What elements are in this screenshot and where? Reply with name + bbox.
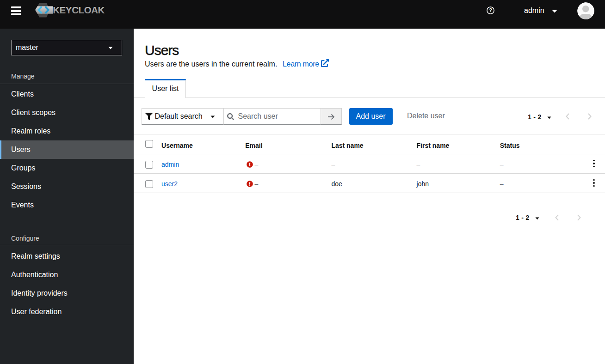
svg-text:?: ? bbox=[489, 7, 492, 13]
svg-text:KEYCLOAK: KEYCLOAK bbox=[53, 5, 105, 15]
